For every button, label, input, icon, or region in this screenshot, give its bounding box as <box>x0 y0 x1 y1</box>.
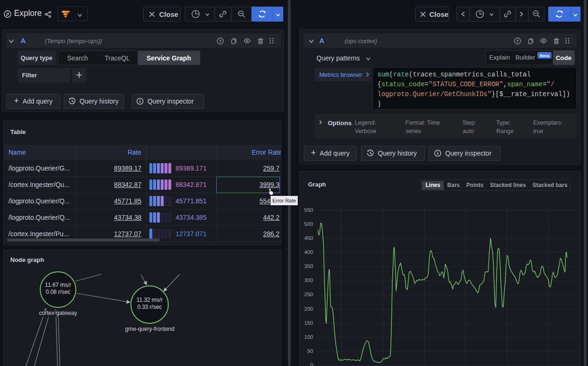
svg-text:gme-query-frontend: gme-query-frontend <box>125 326 174 332</box>
svg-text:?: ? <box>516 38 519 44</box>
svg-text:11.32 ms/r: 11.32 ms/r <box>137 297 163 303</box>
svg-text:?: ? <box>219 38 222 44</box>
svg-text:0.08 r/sec: 0.08 r/sec <box>46 289 71 295</box>
svg-text:0.33 r/sec: 0.33 r/sec <box>137 304 162 310</box>
svg-text:cortex-gateway: cortex-gateway <box>39 310 77 316</box>
svg-text:11.67 ms/r: 11.67 ms/r <box>45 282 71 288</box>
